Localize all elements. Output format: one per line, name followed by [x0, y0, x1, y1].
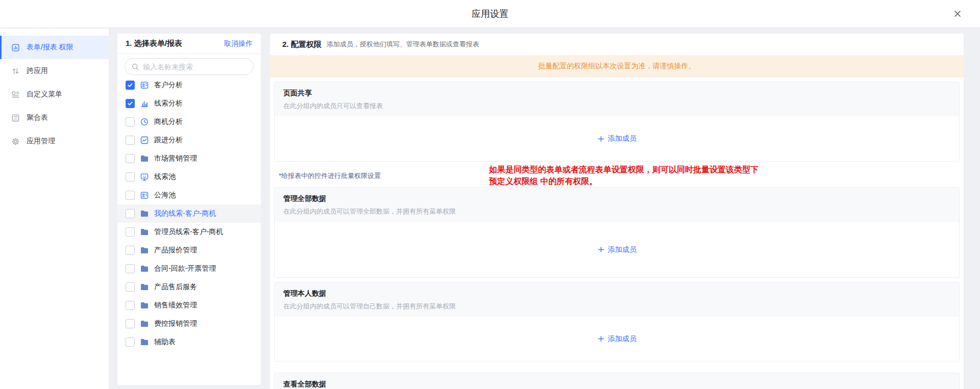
custom-menu-icon [11, 90, 20, 99]
checkbox[interactable] [126, 117, 135, 126]
folder-icon [140, 227, 149, 237]
checkbox[interactable] [126, 227, 135, 237]
form-list-item[interactable]: 辅助表 [117, 333, 261, 351]
close-icon[interactable] [952, 9, 963, 19]
form-select-panel: 1. 选择表单/报表 取消操作 客户分析线索分析商机分析跟进分析市场营销管理线索… [117, 34, 261, 385]
permission-config-panel: 2. 配置权限 添加成员，授权他们填写、管理表单数据或查看报表 批量配置的权限组… [270, 34, 964, 389]
form-list-item[interactable]: 商机分析 [117, 113, 261, 131]
checkbox[interactable] [126, 81, 135, 90]
form-list-item[interactable]: 线索分析 [117, 94, 261, 113]
form-item-label: 辅助表 [154, 338, 176, 347]
checkbox[interactable] [126, 209, 135, 218]
page-title: 应用设置 [0, 0, 980, 28]
folder-icon [140, 301, 149, 310]
checkbox[interactable] [126, 264, 135, 273]
board-icon [140, 172, 149, 181]
form-item-label: 跟进分析 [154, 136, 183, 145]
add-member-button[interactable]: 添加成员 [597, 334, 636, 344]
sidebar-item-0[interactable]: 表单/报表 权限 [0, 36, 109, 59]
form-list-item[interactable]: 线索池 [117, 168, 261, 186]
folder-icon [140, 209, 149, 218]
add-member-label: 添加成员 [608, 245, 636, 254]
checkbox[interactable] [126, 319, 135, 328]
permission-group-header: 管理全部数据在此分组内的成员可以管理全部数据，并拥有所有菜单权限 [275, 188, 959, 222]
search-input[interactable] [143, 63, 247, 71]
id-card-icon [140, 81, 149, 90]
folder-icon [140, 246, 149, 255]
form-item-label: 我的线索-客户-商机 [154, 209, 216, 218]
form-list-item[interactable]: 公海池 [117, 186, 261, 204]
line-chart-icon [140, 136, 149, 145]
sidebar-item-1[interactable]: 跨应用 [0, 59, 109, 83]
plus-icon [597, 335, 605, 343]
add-member-button[interactable]: 添加成员 [597, 134, 636, 143]
permission-group-card: 查看全部数据 [274, 373, 960, 389]
id-card-icon [140, 191, 149, 200]
sidebar-item-label: 应用管理 [27, 137, 55, 146]
sidebar-item-3[interactable]: 聚合表 [0, 106, 109, 129]
sidebar-item-4[interactable]: 应用管理 [0, 129, 109, 153]
warning-banner: 批量配置的权限组以本次设置为准，请谨慎操作。 [270, 55, 964, 77]
checkbox[interactable] [126, 136, 135, 145]
form-list-item[interactable]: 合同-回款-开票管理 [117, 260, 261, 278]
search-box[interactable] [125, 58, 254, 75]
form-select-header: 1. 选择表单/报表 取消操作 [117, 34, 261, 54]
modal-header: 应用设置 [0, 0, 980, 28]
checkbox[interactable] [126, 246, 135, 255]
form-item-label: 管理员线索-客户-商机 [154, 227, 223, 237]
checkbox[interactable] [126, 338, 135, 347]
warning-text: 批量配置的权限组以本次设置为准，请谨慎操作。 [538, 62, 696, 71]
batch-permission-link[interactable]: *给报表中的控件进行批量权限设置 [279, 171, 960, 181]
app-settings-modal: 应用设置 表单/报表 权限跨应用自定义菜单聚合表应用管理 1. 选择表单/报表 … [0, 0, 980, 389]
form-item-label: 公海池 [154, 191, 176, 200]
form-item-label: 费控报销管理 [154, 319, 197, 328]
form-item-label: 线索分析 [154, 99, 183, 108]
form-report-icon [11, 43, 20, 52]
form-list-item[interactable]: 产品报价管理 [117, 241, 261, 260]
form-list-item[interactable]: 产品售后服务 [117, 278, 261, 296]
permission-group-header: 页面共享在此分组内的成员只可以查看报表 [275, 82, 959, 116]
checkbox[interactable] [126, 172, 135, 181]
folder-icon [140, 264, 149, 273]
sidebar-item-label: 自定义菜单 [27, 90, 62, 99]
permission-group-body: 添加成员 [275, 317, 959, 361]
permission-group-card: 页面共享在此分组内的成员只可以查看报表添加成员 [274, 82, 960, 162]
sidebar-item-label: 聚合表 [27, 113, 48, 122]
permission-group-card: 管理本人数据在此分组内的成员可以管理自己数据，并拥有所有菜单权限添加成员 [274, 282, 960, 361]
permission-group-description: 在此分组内的成员可以管理自己数据，并拥有所有菜单权限 [283, 302, 950, 311]
cancel-action-link[interactable]: 取消操作 [224, 39, 253, 48]
checkbox[interactable] [126, 191, 135, 200]
clock-icon [140, 117, 149, 126]
permission-group-card: 管理全部数据在此分组内的成员可以管理全部数据，并拥有所有菜单权限添加成员 [274, 187, 960, 278]
checkbox[interactable] [126, 154, 135, 163]
form-list-item[interactable]: 我的线索-客户-商机 [117, 204, 261, 223]
form-list-item[interactable]: 管理员线索-客户-商机 [117, 223, 261, 241]
checkbox[interactable] [126, 99, 135, 108]
permission-group-body: 添加成员 [275, 222, 959, 277]
search-icon [131, 63, 139, 71]
config-header: 2. 配置权限 添加成员，授权他们填写、管理表单数据或查看报表 [270, 34, 964, 55]
sidebar-item-2[interactable]: 自定义菜单 [0, 83, 109, 106]
permission-group-description: 在此分组内的成员只可以查看报表 [283, 101, 950, 111]
folder-icon [140, 338, 149, 347]
add-member-button[interactable]: 添加成员 [597, 245, 636, 254]
form-list-item[interactable]: 客户分析 [117, 76, 261, 94]
form-item-label: 客户分析 [154, 81, 183, 90]
form-select-title: 1. 选择表单/报表 [126, 39, 182, 48]
form-list: 客户分析线索分析商机分析跟进分析市场营销管理线索池公海池我的线索-客户-商机管理… [117, 76, 261, 351]
sidebar: 表单/报表 权限跨应用自定义菜单聚合表应用管理 [0, 29, 109, 389]
form-list-item[interactable]: 销售绩效管理 [117, 296, 261, 315]
form-list-item[interactable]: 费控报销管理 [117, 315, 261, 333]
permission-group-header: 管理本人数据在此分组内的成员可以管理自己数据，并拥有所有菜单权限 [275, 282, 959, 317]
form-item-label: 线索池 [154, 172, 176, 181]
form-list-item[interactable]: 市场营销管理 [117, 149, 261, 168]
checkbox[interactable] [126, 282, 135, 292]
form-item-label: 产品售后服务 [154, 282, 197, 292]
checkbox[interactable] [126, 301, 135, 310]
app-manage-icon [11, 137, 20, 146]
permission-groups: 如果是同类型的表单或者流程表单设置权限，则可以同时批量设置该类型下 预定义权限组… [270, 77, 964, 389]
form-list-item[interactable]: 跟进分析 [117, 131, 261, 149]
plus-icon [597, 135, 605, 143]
form-item-label: 商机分析 [154, 117, 183, 126]
folder-icon [140, 319, 149, 328]
